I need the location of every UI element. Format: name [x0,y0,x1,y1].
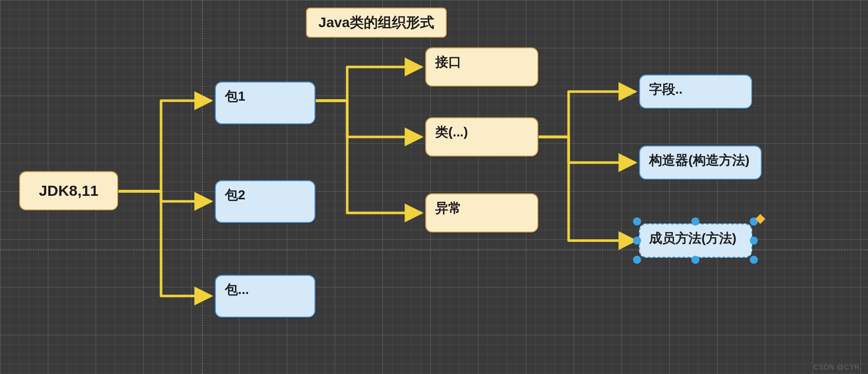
node-package-2[interactable]: 包2 [215,180,315,223]
selection-handle-n[interactable] [691,217,699,226]
node-package-1[interactable]: 包1 [215,82,315,124]
node-method-label: 成员方法(方法) [649,231,736,246]
node-package-2-label: 包2 [225,187,245,203]
node-class[interactable]: 类(...) [425,117,538,157]
diagram-title: Java类的组织形式 [306,8,447,38]
node-package-n[interactable]: 包... [215,275,315,318]
selection-handle-nw[interactable] [633,217,641,226]
node-exception-label: 异常 [435,200,461,216]
guide-vertical [202,0,203,374]
node-class-label: 类(...) [435,124,468,140]
node-field[interactable]: 字段.. [639,74,752,109]
node-jdk-label: JDK8,11 [39,182,98,200]
watermark-text: CSDN @CYR. [814,363,862,371]
title-text: Java类的组织形式 [319,14,434,31]
node-interface-label: 接口 [435,54,461,70]
selection-handle-e[interactable] [750,237,758,245]
diagram-canvas[interactable]: Java类的组织形式 JDK8,11 包1 包2 包... 接口 类(...) … [0,0,868,374]
node-jdk[interactable]: JDK8,11 [19,171,118,210]
selection-handle-se[interactable] [750,256,758,264]
watermark: CSDN @CYR. [814,363,862,371]
selection-handle-sw[interactable] [633,256,641,264]
node-constructor[interactable]: 构造器(构造方法) [639,145,762,180]
node-exception[interactable]: 异常 [425,193,538,233]
node-package-n-label: 包... [225,282,249,297]
node-constructor-label: 构造器(构造方法) [649,153,749,168]
node-package-1-label: 包1 [225,89,245,104]
node-field-label: 字段.. [649,82,682,97]
selection-handle-s[interactable] [691,256,699,264]
selection-handle-w[interactable] [633,237,641,245]
node-interface[interactable]: 接口 [425,47,538,87]
node-method[interactable]: 成员方法(方法) [639,223,752,258]
